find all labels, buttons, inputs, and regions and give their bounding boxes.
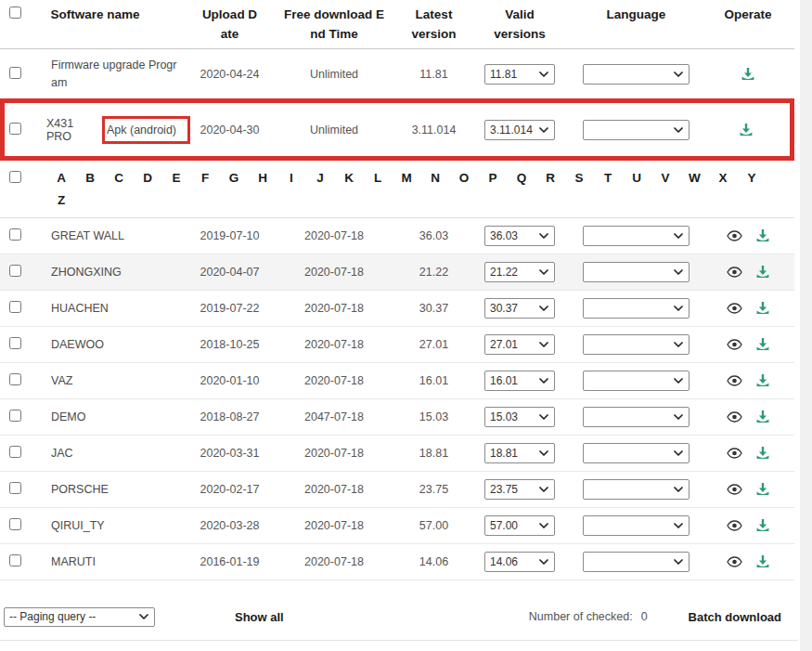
alphabet-letter-f[interactable]: F (200, 171, 211, 185)
language-select[interactable] (583, 226, 690, 246)
language-select[interactable] (583, 262, 690, 282)
alphabet-letter-m[interactable]: M (401, 171, 412, 185)
download-icon[interactable] (755, 337, 770, 352)
alphabet-letter-r[interactable]: R (545, 171, 556, 185)
download-icon[interactable] (755, 518, 770, 533)
alphabet-letter-k[interactable]: K (343, 171, 354, 185)
alphabet-letter-j[interactable]: J (315, 171, 326, 185)
download-icon[interactable] (755, 554, 770, 569)
row-checkbox[interactable] (9, 482, 21, 494)
chevron-down-icon (674, 233, 683, 239)
paging-query-select[interactable]: -- Paging query -- (4, 607, 155, 627)
eye-icon[interactable] (727, 484, 742, 495)
download-icon[interactable] (755, 482, 770, 497)
valid-version-select[interactable]: 57.00 (484, 515, 555, 536)
show-all-button[interactable]: Show all (235, 610, 284, 624)
eye-icon[interactable] (727, 411, 742, 423)
valid-version-select[interactable]: 21.22 (484, 262, 555, 282)
row-checkbox[interactable] (9, 446, 21, 458)
alphabet-letter-a[interactable]: A (56, 171, 67, 185)
alphabet-letter-s[interactable]: S (574, 171, 585, 185)
operate-cell (702, 228, 794, 243)
language-select[interactable] (583, 120, 690, 140)
language-select[interactable] (583, 479, 690, 500)
alphabet-letter-e[interactable]: E (171, 171, 182, 185)
row-checkbox[interactable] (9, 228, 21, 241)
eye-icon[interactable] (727, 448, 742, 459)
alphabet-letter-n[interactable]: N (430, 171, 441, 185)
download-icon[interactable] (739, 123, 754, 137)
select-all-checkbox[interactable] (9, 7, 21, 19)
eye-icon[interactable] (727, 339, 742, 350)
row-checkbox[interactable] (9, 301, 21, 313)
language-select[interactable] (583, 515, 690, 536)
valid-version-select[interactable]: 14.06 (484, 552, 555, 572)
alphabet-letter-q[interactable]: Q (516, 171, 527, 185)
upload-date-cell: 2020-04-07 (190, 266, 269, 279)
language-select[interactable] (583, 298, 690, 319)
row-checkbox[interactable] (9, 518, 21, 530)
alphabet-letter-l[interactable]: L (372, 171, 383, 185)
alphabet-letter-p[interactable]: P (487, 171, 498, 185)
valid-version-select[interactable]: 27.01 (484, 334, 555, 355)
valid-version-select[interactable]: 16.01 (484, 371, 555, 391)
eye-icon[interactable] (727, 556, 742, 567)
valid-version-select[interactable]: 18.81 (484, 443, 555, 463)
alphabet-letter-c[interactable]: C (113, 171, 124, 185)
alphabet-letter-v[interactable]: V (660, 171, 671, 185)
language-select[interactable] (583, 407, 690, 427)
valid-version-select[interactable]: 36.03 (484, 226, 555, 246)
row-checkbox[interactable] (9, 337, 21, 349)
alphabet-letter-w[interactable]: W (689, 171, 700, 185)
alphabet-letter-o[interactable]: O (458, 171, 470, 185)
language-select[interactable] (583, 552, 690, 572)
alphabet-letter-y[interactable]: Y (746, 171, 757, 185)
alphabet-letter-b[interactable]: B (84, 171, 96, 185)
alphabet-letter-i[interactable]: I (286, 171, 297, 185)
valid-version-select[interactable]: 15.03 (484, 407, 555, 427)
valid-version-select[interactable]: 23.75 (484, 479, 555, 500)
alphabet-letter-u[interactable]: U (631, 171, 642, 185)
download-icon[interactable] (755, 446, 770, 461)
download-icon[interactable] (755, 410, 770, 424)
batch-download-button[interactable]: Batch download (689, 610, 781, 624)
select-all-checkbox[interactable] (9, 171, 21, 183)
end-time-cell: 2020-07-18 (269, 229, 399, 242)
alphabet-letter-g[interactable]: G (228, 171, 239, 185)
end-time-cell: 2020-07-18 (269, 555, 399, 568)
download-icon[interactable] (755, 265, 770, 280)
download-icon[interactable] (755, 301, 770, 316)
eye-icon[interactable] (727, 230, 742, 241)
language-select[interactable] (583, 443, 690, 463)
row-checkbox[interactable] (9, 265, 21, 277)
alphabet-letter-x[interactable]: X (717, 171, 728, 185)
row-checkbox[interactable] (9, 67, 21, 79)
table-row: DEMO 2018-08-27 2047-07-18 15.03 15.03 (0, 399, 794, 436)
alphabet-letter-d[interactable]: D (142, 171, 153, 185)
language-select[interactable] (583, 64, 690, 85)
row-checkbox[interactable] (9, 554, 21, 566)
header-checkbox-cell (0, 6, 37, 22)
row-checkbox[interactable] (9, 373, 21, 385)
language-select[interactable] (583, 371, 690, 391)
download-icon[interactable] (755, 373, 770, 388)
language-select[interactable] (583, 334, 690, 355)
row-checkbox[interactable] (9, 410, 21, 422)
eye-icon[interactable] (727, 303, 742, 314)
language-cell (571, 443, 702, 463)
valid-version-select[interactable]: 30.37 (484, 298, 555, 319)
valid-version-select[interactable]: 3.11.014 (484, 120, 555, 140)
alphabet-letter-h[interactable]: H (257, 171, 268, 185)
eye-icon[interactable] (727, 375, 742, 386)
alphabet-filter-section: ABCDEFGHIJKLMNOPQRSTUVWXYZ (0, 161, 794, 218)
chevron-down-icon (539, 72, 548, 77)
checkbox-cell (0, 337, 37, 352)
eye-icon[interactable] (727, 267, 742, 278)
alphabet-letter-z[interactable]: Z (56, 193, 67, 207)
alphabet-letter-t[interactable]: T (602, 171, 613, 185)
download-icon[interactable] (741, 67, 755, 82)
download-icon[interactable] (755, 228, 770, 243)
eye-icon[interactable] (727, 520, 742, 531)
valid-version-select[interactable]: 11.81 (484, 64, 555, 85)
row-checkbox[interactable] (9, 123, 21, 135)
